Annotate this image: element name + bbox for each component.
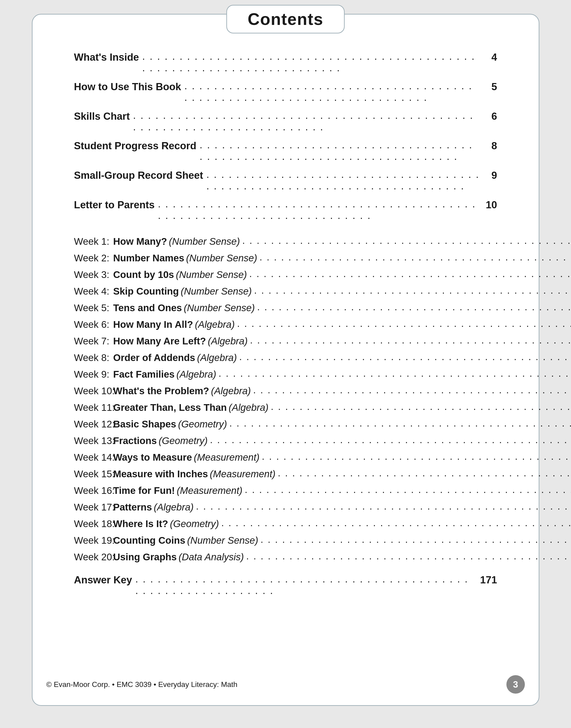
toc-label: Student Progress Record <box>74 140 197 151</box>
toc-entry: Letter to Parents . . . . . . . . . . . … <box>74 199 497 222</box>
week-label: Week 2: <box>74 253 113 264</box>
week-title-bold: Time for Fun! <box>113 485 175 496</box>
content-area: What's Inside . . . . . . . . . . . . . … <box>74 51 497 597</box>
week-title-bold: Greater Than, Less Than <box>113 402 227 413</box>
week-title-italic: (Algebra) <box>208 336 248 347</box>
week-title-bold: Counting Coins <box>113 535 186 546</box>
week-title-italic: (Number Sense) <box>169 236 240 247</box>
week-label: Week 14: <box>74 452 113 463</box>
week-dots: . . . . . . . . . . . . . . . . . . . . … <box>221 517 571 528</box>
week-entry: Week 15: Measure with Inches (Measuremen… <box>74 469 497 480</box>
week-title-italic: (Number Sense) <box>184 302 255 314</box>
week-entry: Week 10: What's the Problem? (Algebra) .… <box>74 385 497 396</box>
week-title-bold: Fact Families <box>113 369 175 380</box>
week-title-bold: Number Names <box>113 253 184 264</box>
week-entry: Week 19: Counting Coins (Number Sense) .… <box>74 535 497 546</box>
week-dots: . . . . . . . . . . . . . . . . . . . . … <box>254 285 571 296</box>
week-title-italic: (Algebra) <box>211 385 251 396</box>
week-dots: . . . . . . . . . . . . . . . . . . . . … <box>260 534 571 545</box>
week-entry: Week 16: Time for Fun! (Measurement) . .… <box>74 485 497 496</box>
toc-dots: . . . . . . . . . . . . . . . . . . . . … <box>184 80 480 103</box>
week-entry: Week 13: Fractions (Geometry) . . . . . … <box>74 435 497 446</box>
week-title-bold: Basic Shapes <box>113 419 176 430</box>
week-label: Week 8: <box>74 352 113 363</box>
week-dots: . . . . . . . . . . . . . . . . . . . . … <box>242 235 571 246</box>
contents-title-box: Contents <box>226 5 345 33</box>
week-title-italic: (Algebra) <box>197 352 237 363</box>
week-entry: Week 5: Tens and Ones (Number Sense) . .… <box>74 302 497 314</box>
footer-copyright: © Evan-Moor Corp. • EMC 3039 • Everyday … <box>46 680 238 689</box>
week-title-bold: Fractions <box>113 435 157 446</box>
week-title-italic: (Geometry) <box>170 518 219 529</box>
week-label: Week 7: <box>74 336 113 347</box>
week-dots: . . . . . . . . . . . . . . . . . . . . … <box>262 451 571 462</box>
week-dots: . . . . . . . . . . . . . . . . . . . . … <box>245 484 571 495</box>
week-title-bold: Patterns <box>113 502 152 513</box>
week-title-italic: (Number Sense) <box>176 269 247 280</box>
toc-label: What's Inside <box>74 51 139 63</box>
week-dots: . . . . . . . . . . . . . . . . . . . . … <box>196 501 571 512</box>
week-label: Week 13: <box>74 435 113 446</box>
week-title-italic: (Algebra) <box>195 319 235 330</box>
week-entry: Week 4: Skip Counting (Number Sense) . .… <box>74 286 497 297</box>
week-dots: . . . . . . . . . . . . . . . . . . . . … <box>237 318 571 329</box>
week-label: Week 9: <box>74 369 113 380</box>
answer-key-entry: Answer Key . . . . . . . . . . . . . . .… <box>74 574 497 597</box>
toc-dots: . . . . . . . . . . . . . . . . . . . . … <box>200 139 480 162</box>
toc-dots: . . . . . . . . . . . . . . . . . . . . … <box>133 110 480 133</box>
week-title-bold: Tens and Ones <box>113 302 182 314</box>
week-label: Week 3: <box>74 269 113 280</box>
toc-entry: What's Inside . . . . . . . . . . . . . … <box>74 51 497 75</box>
footer: © Evan-Moor Corp. • EMC 3039 • Everyday … <box>32 675 539 694</box>
toc-page: 10 <box>483 199 497 211</box>
week-title-italic: (Number Sense) <box>181 286 252 297</box>
week-title-italic: (Measurement) <box>210 469 275 480</box>
week-title-bold: Order of Addends <box>113 352 195 363</box>
toc-page: 4 <box>483 51 497 63</box>
week-entry: Week 11: Greater Than, Less Than (Algebr… <box>74 402 497 413</box>
week-dots: . . . . . . . . . . . . . . . . . . . . … <box>253 384 571 396</box>
week-title-italic: (Geometry) <box>159 435 208 446</box>
week-title-italic: (Algebra) <box>229 402 268 413</box>
week-title-bold: Measure with Inches <box>113 469 208 480</box>
toc-label: Letter to Parents <box>74 199 155 211</box>
page-number: 3 <box>513 679 518 690</box>
toc-entry: Small-Group Record Sheet . . . . . . . .… <box>74 169 497 193</box>
week-title-italic: (Number Sense) <box>187 535 258 546</box>
week-dots: . . . . . . . . . . . . . . . . . . . . … <box>257 301 571 313</box>
week-entry: Week 12: Basic Shapes (Geometry) . . . .… <box>74 419 497 430</box>
toc-label: Small-Group Record Sheet <box>74 169 203 181</box>
toc-dots: . . . . . . . . . . . . . . . . . . . . … <box>142 50 480 74</box>
week-label: Week 11: <box>74 402 113 413</box>
week-dots: . . . . . . . . . . . . . . . . . . . . … <box>219 368 571 379</box>
page-title: Contents <box>248 10 324 29</box>
toc-dots: . . . . . . . . . . . . . . . . . . . . … <box>158 198 480 221</box>
toc-label: Skills Chart <box>74 111 130 122</box>
toc-page: 6 <box>483 111 497 122</box>
week-title-bold: Using Graphs <box>113 552 177 563</box>
toc-page: 5 <box>483 81 497 93</box>
week-entry: Week 17: Patterns (Algebra) . . . . . . … <box>74 502 497 513</box>
toc-section: What's Inside . . . . . . . . . . . . . … <box>74 51 497 222</box>
week-section: Week 1: How Many? (Number Sense) . . . .… <box>74 236 497 563</box>
week-dots: . . . . . . . . . . . . . . . . . . . . … <box>239 351 571 362</box>
week-title-bold: How Many Are Left? <box>113 336 206 347</box>
page: Contents What's Inside . . . . . . . . .… <box>32 14 539 706</box>
week-entry: Week 14: Ways to Measure (Measurement) .… <box>74 452 497 463</box>
week-title-italic: (Measurement) <box>194 452 259 463</box>
week-title-bold: Ways to Measure <box>113 452 192 463</box>
week-label: Week 18: <box>74 518 113 529</box>
week-dots: . . . . . . . . . . . . . . . . . . . . … <box>259 252 571 263</box>
answer-key-label: Answer Key <box>74 574 132 586</box>
week-entry: Week 2: Number Names (Number Sense) . . … <box>74 253 497 264</box>
week-label: Week 16: <box>74 485 113 496</box>
week-label: Week 1: <box>74 236 113 247</box>
answer-section: Answer Key . . . . . . . . . . . . . . .… <box>74 574 497 597</box>
week-title-bold: Where Is It? <box>113 518 168 529</box>
week-dots: . . . . . . . . . . . . . . . . . . . . … <box>229 418 571 429</box>
week-label: Week 12: <box>74 419 113 430</box>
week-entry: Week 18: Where Is It? (Geometry) . . . .… <box>74 518 497 529</box>
week-label: Week 17: <box>74 502 113 513</box>
week-entry: Week 1: How Many? (Number Sense) . . . .… <box>74 236 497 247</box>
week-label: Week 20: <box>74 552 113 563</box>
